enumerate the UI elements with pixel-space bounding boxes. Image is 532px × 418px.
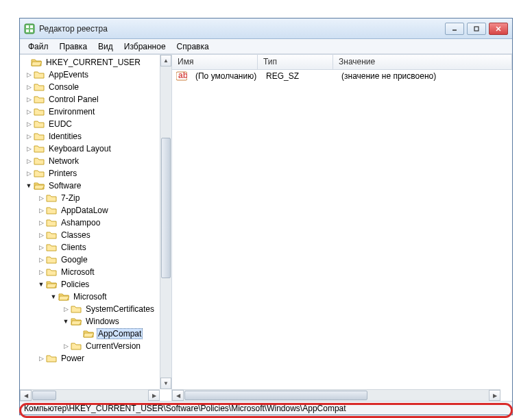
tree-vscroll-thumb[interactable] — [161, 138, 171, 278]
minimize-button[interactable] — [445, 23, 464, 35]
menu-edit[interactable]: Правка — [54, 40, 93, 53]
cell-type: REG_SZ — [261, 71, 336, 81]
tree-label: HKEY_CURRENT_USER — [45, 58, 142, 67]
tree-node[interactable]: ▷AppDataLow — [20, 204, 171, 217]
expand-icon[interactable]: ▷ — [38, 232, 45, 238]
svg-rect-3 — [26, 29, 29, 32]
expand-icon[interactable]: ▷ — [38, 219, 45, 226]
collapse-icon[interactable]: ▼ — [62, 318, 69, 325]
tree-node[interactable]: ▷Power — [20, 352, 171, 365]
statusbar: Компьютер\HKEY_CURRENT_USER\Software\Pol… — [20, 401, 512, 415]
expand-icon[interactable]: ▷ — [25, 133, 32, 140]
list-body[interactable]: ab (По умолчанию) REG_SZ (значение не пр… — [172, 70, 512, 401]
col-name[interactable]: Имя — [172, 55, 258, 69]
tree-vscrollbar[interactable]: ▲ ▼ — [160, 55, 171, 389]
tree-hscroll-thumb[interactable] — [32, 391, 56, 400]
tree-node[interactable]: ▼Software — [20, 180, 171, 192]
collapse-icon[interactable]: ▼ — [25, 182, 32, 189]
list-hscrollbar[interactable]: ◀ ▶ — [172, 389, 500, 401]
tree-label: Policies — [60, 280, 90, 289]
tree-node[interactable]: ▼Microsoft — [20, 291, 171, 303]
expand-icon[interactable]: ▷ — [38, 195, 45, 201]
tree-node[interactable]: ▷Clients — [20, 241, 171, 254]
tree-node[interactable]: ▷Google — [20, 254, 171, 266]
menu-view[interactable]: Вид — [93, 40, 119, 53]
list-row[interactable]: ab (По умолчанию) REG_SZ (значение не пр… — [172, 70, 512, 82]
tree-node[interactable]: ▼Windows — [20, 315, 171, 328]
tree-node[interactable]: ▷Keyboard Layout — [20, 143, 171, 155]
expand-icon[interactable]: ▷ — [38, 244, 45, 251]
scroll-left-button[interactable]: ◀ — [20, 390, 32, 401]
tree-node[interactable]: ▷CurrentVersion — [20, 340, 171, 352]
expand-icon[interactable]: ▷ — [25, 96, 32, 103]
scroll-up-button[interactable]: ▲ — [160, 55, 171, 66]
tree-label: AppEvents — [47, 70, 90, 79]
collapse-icon[interactable]: ▼ — [38, 281, 45, 288]
tree-node[interactable]: ▷HKEY_CURRENT_USER — [20, 56, 171, 69]
menu-help[interactable]: Справка — [171, 40, 215, 53]
expand-icon[interactable]: ▷ — [25, 145, 32, 152]
tree-node[interactable]: ▷Microsoft — [20, 266, 171, 278]
tree-label: Ashampoo — [60, 218, 101, 228]
tree-node[interactable]: ▷Ashampoo — [20, 217, 171, 229]
tree-node[interactable]: ▷Identities — [20, 130, 171, 143]
tree-label: AppCompat — [97, 328, 143, 339]
expand-icon[interactable]: ▷ — [25, 170, 32, 177]
tree-label: Control Panel — [47, 95, 100, 104]
expand-icon[interactable]: ▷ — [25, 108, 32, 115]
tree-node[interactable]: ▼Policies — [20, 278, 171, 291]
expand-icon[interactable]: ▷ — [38, 355, 45, 362]
tree-label: Windows — [84, 317, 121, 326]
expand-icon[interactable]: ▷ — [62, 306, 69, 312]
collapse-icon[interactable]: ▼ — [50, 293, 57, 300]
tree-node[interactable]: ▷EUDC — [20, 118, 171, 130]
tree-node[interactable]: ▷AppCompat — [20, 328, 171, 340]
tree-label: Classes — [60, 230, 92, 240]
window-buttons — [445, 23, 508, 35]
expand-icon[interactable]: ▷ — [25, 71, 32, 78]
tree-label: Console — [47, 82, 80, 92]
tree-label: Power — [60, 354, 86, 363]
svg-text:ab: ab — [178, 71, 187, 80]
expand-icon[interactable]: ▷ — [38, 269, 45, 275]
menu-file[interactable]: Файл — [23, 40, 54, 53]
tree-node[interactable]: ▷7-Zip — [20, 192, 171, 204]
expand-icon[interactable]: ▷ — [62, 343, 69, 349]
scroll-left-button[interactable]: ◀ — [172, 390, 184, 401]
svg-rect-4 — [30, 29, 33, 32]
menu-favorites[interactable]: Избранное — [119, 40, 171, 53]
expand-icon[interactable]: ▷ — [25, 121, 32, 127]
tree-node[interactable]: ▷Network — [20, 155, 171, 167]
tree-node[interactable]: ▷SystemCertificates — [20, 303, 171, 315]
scroll-right-button[interactable]: ▶ — [489, 390, 500, 401]
tree-node[interactable]: ▷Control Panel — [20, 93, 171, 106]
scroll-down-button[interactable]: ▼ — [160, 378, 171, 389]
expand-icon[interactable]: ▷ — [38, 207, 45, 214]
scroll-right-button[interactable]: ▶ — [148, 390, 160, 401]
close-button[interactable] — [489, 23, 508, 35]
menubar: Файл Правка Вид Избранное Справка — [20, 39, 512, 54]
content-area: ▷HKEY_CURRENT_USER▷AppEvents▷Console▷Con… — [20, 54, 512, 401]
tree-body[interactable]: ▷HKEY_CURRENT_USER▷AppEvents▷Console▷Con… — [20, 55, 171, 401]
list-hscroll-thumb[interactable] — [184, 391, 367, 400]
tree-node[interactable]: ▷Console — [20, 81, 171, 93]
tree-label: EUDC — [47, 119, 73, 129]
tree-label: Network — [47, 156, 80, 166]
tree-hscrollbar[interactable]: ◀ ▶ — [20, 389, 160, 401]
regedit-window: Редактор реестра Файл Правка Вид Избранн… — [19, 18, 513, 415]
expand-icon[interactable]: ▷ — [25, 84, 32, 90]
expand-icon[interactable]: ▷ — [38, 256, 45, 263]
col-value[interactable]: Значение — [333, 55, 512, 69]
expand-icon[interactable]: ▷ — [25, 158, 32, 164]
tree-node[interactable]: ▷Environment — [20, 106, 171, 118]
tree-label: Google — [60, 255, 89, 265]
tree-node[interactable]: ▷AppEvents — [20, 69, 171, 81]
maximize-button[interactable] — [467, 23, 486, 35]
svg-rect-6 — [474, 27, 479, 31]
cell-name: (По умолчанию) — [190, 71, 261, 81]
tree-label: Printers — [47, 169, 78, 178]
tree-node[interactable]: ▷Classes — [20, 229, 171, 241]
tree-node[interactable]: ▷Printers — [20, 167, 171, 180]
titlebar[interactable]: Редактор реестра — [20, 19, 512, 39]
col-type[interactable]: Тип — [258, 55, 333, 69]
